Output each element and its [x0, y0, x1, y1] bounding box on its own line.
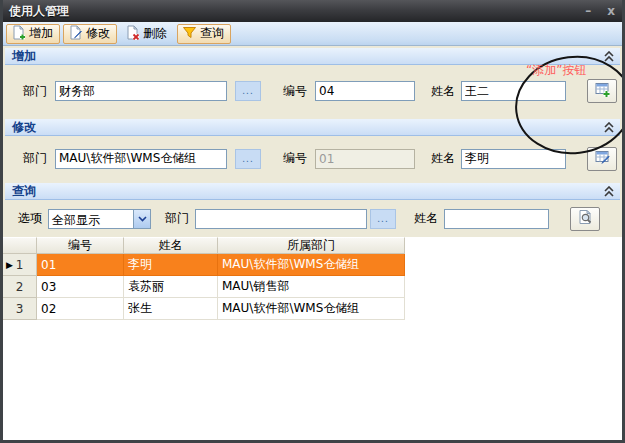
- toolbar: 增加 修改 删除 查询: [3, 22, 622, 46]
- collapse-icon[interactable]: [604, 122, 614, 133]
- toolbar-query-button[interactable]: 查询: [177, 24, 231, 44]
- row-indicator-cell[interactable]: 3: [3, 298, 37, 320]
- add-name-input[interactable]: [461, 81, 566, 101]
- table-edit-icon: [594, 149, 611, 169]
- close-button[interactable]: x: [607, 4, 615, 18]
- row-number: 2: [16, 280, 24, 294]
- window-title: 使用人管理: [9, 3, 69, 20]
- grid-col-dept[interactable]: 所属部门: [218, 237, 405, 254]
- group-add-title: 增加: [12, 48, 36, 65]
- page-edit-icon: [68, 25, 83, 43]
- table-row[interactable]: 2 03 袁苏丽 MAU\销售部: [3, 276, 622, 298]
- cell-id[interactable]: 01: [37, 254, 124, 276]
- toolbar-query-label: 查询: [200, 25, 224, 42]
- minimize-button[interactable]: –: [585, 4, 591, 18]
- add-record-button[interactable]: [587, 79, 617, 103]
- modify-fields-row: 部门 ... 编号 姓名: [3, 136, 622, 181]
- toolbar-delete-label: 删除: [143, 25, 167, 42]
- title-bar: 使用人管理 – x: [0, 0, 625, 22]
- group-header-query[interactable]: 查询: [5, 183, 620, 200]
- grid-header-row: 编号 姓名 所属部门: [3, 237, 622, 254]
- modify-no-input: [315, 149, 415, 169]
- modify-dept-label: 部门: [23, 150, 47, 167]
- table-row[interactable]: ▶ 1 01 李明 MAU\软件部\WMS仓储组: [3, 254, 622, 276]
- cell-dept[interactable]: MAU\销售部: [218, 276, 405, 298]
- chevron-down-icon[interactable]: [133, 210, 150, 228]
- group-header-modify[interactable]: 修改: [5, 119, 620, 136]
- query-dept-input[interactable]: [195, 209, 367, 229]
- toolbar-delete-button[interactable]: 删除: [120, 24, 174, 44]
- row-indicator-cell[interactable]: 2: [3, 276, 37, 298]
- query-name-input[interactable]: [444, 209, 549, 229]
- modify-name-label: 姓名: [431, 150, 455, 167]
- add-dept-browse-button[interactable]: ...: [235, 81, 261, 101]
- page-search-icon: [577, 209, 594, 229]
- grid-corner-cell: [3, 237, 37, 254]
- table-add-icon: [594, 81, 611, 101]
- query-option-label: 选项: [18, 210, 42, 227]
- collapse-icon[interactable]: [604, 51, 614, 62]
- group-query-title: 查询: [12, 183, 36, 200]
- add-dept-label: 部门: [23, 83, 47, 100]
- add-fields-row: 部门 ... 编号 姓名: [3, 65, 622, 117]
- toolbar-add-button[interactable]: 增加: [6, 24, 60, 44]
- query-option-value: 全部显示: [49, 210, 133, 228]
- modify-dept-input[interactable]: [55, 149, 227, 169]
- cell-name[interactable]: 李明: [124, 254, 218, 276]
- query-fields-row: 选项 全部显示 部门 ... 姓名: [3, 200, 622, 237]
- row-indicator-cell[interactable]: ▶ 1: [3, 254, 37, 276]
- add-no-label: 编号: [283, 83, 307, 100]
- search-record-button[interactable]: [570, 207, 600, 231]
- collapse-icon[interactable]: [604, 186, 614, 197]
- cell-dept[interactable]: MAU\软件部\WMS仓储组: [218, 254, 405, 276]
- add-no-input[interactable]: [315, 81, 415, 101]
- grid-col-name[interactable]: 姓名: [124, 237, 218, 254]
- user-management-window: 使用人管理 – x 增加 修改 删除: [0, 0, 625, 443]
- add-dept-input[interactable]: [55, 81, 227, 101]
- group-modify-title: 修改: [12, 119, 36, 136]
- toolbar-modify-label: 修改: [86, 25, 110, 42]
- grid-col-id[interactable]: 编号: [37, 237, 124, 254]
- cell-name[interactable]: 袁苏丽: [124, 276, 218, 298]
- query-name-label: 姓名: [414, 210, 438, 227]
- modify-no-label: 编号: [283, 150, 307, 167]
- users-grid: 编号 姓名 所属部门 ▶ 1 01 李明 MAU\软件部\WMS仓储组 2 03…: [3, 237, 622, 440]
- query-dept-browse-button[interactable]: ...: [370, 209, 396, 229]
- add-name-label: 姓名: [431, 83, 455, 100]
- query-dept-label: 部门: [165, 210, 189, 227]
- modify-record-button[interactable]: [587, 147, 617, 171]
- cell-id[interactable]: 03: [37, 276, 124, 298]
- toolbar-add-label: 增加: [29, 25, 53, 42]
- filter-funnel-icon: [182, 25, 197, 43]
- page-add-icon: [11, 25, 26, 43]
- query-option-select[interactable]: 全部显示: [48, 209, 151, 229]
- group-header-add[interactable]: 增加: [5, 48, 620, 65]
- page-delete-icon: [125, 25, 140, 43]
- row-number: 3: [16, 302, 24, 316]
- row-number: 1: [16, 258, 24, 272]
- modify-name-input[interactable]: [461, 149, 566, 169]
- cell-id[interactable]: 02: [37, 298, 124, 320]
- current-row-arrow-icon: ▶: [6, 260, 13, 270]
- table-row[interactable]: 3 02 张生 MAU\软件部\WMS仓储组: [3, 298, 622, 320]
- toolbar-modify-button[interactable]: 修改: [63, 24, 117, 44]
- cell-dept[interactable]: MAU\软件部\WMS仓储组: [218, 298, 405, 320]
- modify-dept-browse-button[interactable]: ...: [235, 149, 261, 169]
- cell-name[interactable]: 张生: [124, 298, 218, 320]
